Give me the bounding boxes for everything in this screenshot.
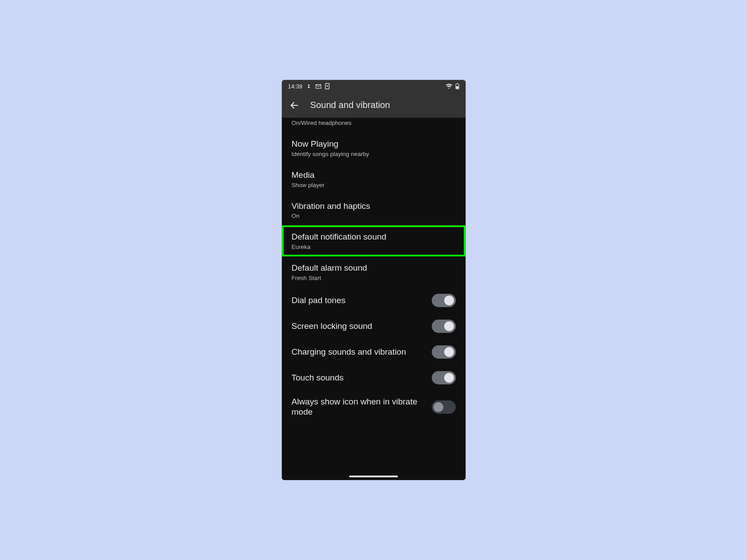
phone-update-icon bbox=[325, 83, 329, 89]
wifi-icon bbox=[446, 84, 453, 89]
setting-subtitle: Show player bbox=[292, 182, 456, 188]
phone-frame: 14:39 bbox=[282, 80, 466, 480]
setting-item-default-alarm-sound[interactable]: Default alarm sound Fresh Start bbox=[282, 256, 466, 288]
setting-title: Touch sounds bbox=[292, 372, 427, 383]
toggle-screen-locking-sound[interactable] bbox=[432, 320, 456, 333]
setting-subtitle: On bbox=[292, 212, 456, 219]
battery-icon bbox=[455, 83, 459, 89]
status-bar: 14:39 bbox=[282, 80, 466, 92]
setting-title: Now Playing bbox=[292, 139, 456, 149]
setting-title: Default notification sound bbox=[292, 232, 456, 242]
setting-item-vibrate-icon[interactable]: Always show icon when in vibrate mode bbox=[282, 391, 466, 424]
setting-subtitle: Identify songs playing nearby bbox=[292, 151, 456, 157]
setting-subtitle: Fresh Start bbox=[292, 275, 456, 281]
setting-item-default-notification-sound[interactable]: Default notification sound Eureka bbox=[282, 225, 466, 256]
setting-subtitle: On/Wired headphones bbox=[292, 120, 456, 126]
setting-title: Dial pad tones bbox=[292, 295, 427, 306]
svg-point-0 bbox=[308, 84, 309, 85]
setting-item-now-playing[interactable]: Now Playing Identify songs playing nearb… bbox=[282, 132, 466, 164]
setting-title: Charging sounds and vibration bbox=[292, 347, 427, 357]
toggle-knob bbox=[444, 347, 454, 357]
settings-list[interactable]: On/Wired headphones Now Playing Identify… bbox=[282, 118, 466, 480]
arrow-back-icon bbox=[289, 100, 299, 110]
toggle-touch-sounds[interactable] bbox=[432, 371, 456, 384]
setting-item-prev-partial[interactable]: On/Wired headphones bbox=[282, 118, 466, 132]
setting-item-charging-sounds[interactable]: Charging sounds and vibration bbox=[282, 339, 466, 365]
setting-item-touch-sounds[interactable]: Touch sounds bbox=[282, 365, 466, 391]
toggle-knob bbox=[434, 402, 443, 412]
back-button[interactable] bbox=[286, 97, 302, 113]
toggle-knob bbox=[444, 296, 454, 305]
setting-subtitle: Eureka bbox=[292, 244, 456, 250]
setting-item-media[interactable]: Media Show player bbox=[282, 164, 466, 195]
gmail-icon bbox=[315, 84, 321, 89]
setting-item-screen-locking-sound[interactable]: Screen locking sound bbox=[282, 313, 466, 339]
canvas-background: 14:39 bbox=[0, 0, 747, 560]
toggle-dial-pad-tones[interactable] bbox=[432, 294, 456, 307]
toggle-vibrate-icon[interactable] bbox=[432, 400, 456, 414]
setting-title: Screen locking sound bbox=[292, 321, 427, 332]
setting-title: Default alarm sound bbox=[292, 263, 456, 273]
toggle-charging-sounds[interactable] bbox=[432, 345, 456, 359]
status-clock: 14:39 bbox=[288, 83, 303, 90]
page-title: Sound and vibration bbox=[310, 100, 390, 110]
toggle-knob bbox=[444, 321, 454, 331]
svg-rect-3 bbox=[457, 83, 458, 84]
svg-rect-4 bbox=[456, 86, 458, 88]
setting-title: Always show icon when in vibrate mode bbox=[292, 397, 427, 417]
toggle-knob bbox=[444, 373, 454, 383]
setting-item-vibration-haptics[interactable]: Vibration and haptics On bbox=[282, 195, 466, 226]
setting-title: Media bbox=[292, 170, 456, 180]
setting-title: Vibration and haptics bbox=[292, 201, 456, 212]
touch-indicator-icon bbox=[306, 84, 312, 89]
gesture-nav-pill[interactable] bbox=[349, 476, 398, 477]
setting-item-dial-pad-tones[interactable]: Dial pad tones bbox=[282, 288, 466, 313]
app-bar: Sound and vibration bbox=[282, 92, 466, 118]
